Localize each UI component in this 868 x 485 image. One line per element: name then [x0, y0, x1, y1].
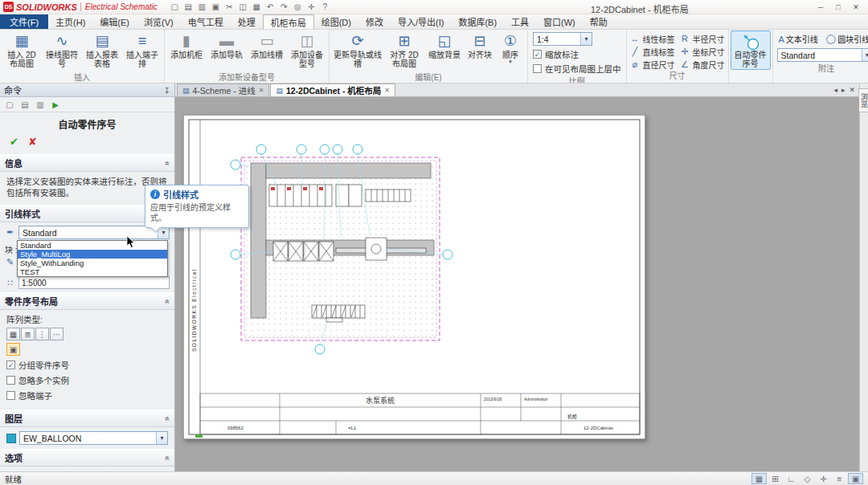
zoom-icon[interactable]: ◎	[292, 2, 304, 13]
print-icon[interactable]: ▣	[210, 2, 222, 13]
array-rows-icon[interactable]: ≣	[21, 328, 35, 340]
redo-icon[interactable]: ↷	[278, 2, 290, 13]
undo-icon[interactable]: ↶	[264, 2, 276, 13]
panel-new-icon[interactable]: ▢	[3, 99, 16, 111]
ribbon-btn-align-block[interactable]: ⊟ 对齐块	[465, 31, 495, 61]
ribbon-btn-add-rail[interactable]: ▬ 添加导轨	[207, 31, 247, 61]
panel-save-icon[interactable]: ▥	[34, 99, 47, 111]
new-file-icon[interactable]: ▢	[169, 2, 181, 13]
array-grid-icon[interactable]: ▦	[6, 328, 20, 340]
tab-close-icon[interactable]: ✕	[259, 87, 264, 94]
check-ignore-terminals[interactable]: 忽略端子	[6, 389, 168, 401]
ribbon-btn-insert-report[interactable]: ▤ 插入报表表格	[82, 31, 122, 70]
ribbon-btn-dim-angle[interactable]: ∠ 角度尺寸	[678, 58, 727, 71]
menu-tab-draw[interactable]: 绘图(D)	[314, 14, 358, 29]
copy-icon[interactable]: ◫	[237, 2, 249, 13]
menu-file[interactable]: 文件(F)	[0, 14, 48, 29]
check-on-visible-layout[interactable]: 在可见布局图上层中	[533, 63, 621, 75]
ribbon-btn-align-2d[interactable]: ⊞ 对齐 2D 布局图	[384, 31, 424, 70]
ok-icon[interactable]: ✔	[10, 136, 18, 148]
pin-icon[interactable]: ↧	[164, 86, 170, 95]
panel-run-icon[interactable]: ▶	[49, 99, 62, 111]
pan-icon[interactable]: ✛	[305, 2, 317, 13]
ribbon-btn-add-cabinet[interactable]: ▮ 添加机柜	[166, 31, 207, 61]
min-icon[interactable]: ─	[812, 2, 829, 13]
array-cols-icon[interactable]: ⋮	[35, 328, 49, 340]
ribbon-btn-add-duct[interactable]: ▭ 添加线槽	[247, 31, 287, 61]
dropdown-item-selected[interactable]: Style_MultiLog	[18, 250, 167, 259]
ribbon-btn-dim-radius[interactable]: R 半径尺寸	[678, 32, 727, 45]
array-free-icon[interactable]: ⋯	[50, 328, 63, 340]
tab-close-icon[interactable]: ✕	[849, 86, 855, 94]
open-file-icon[interactable]: ▤	[182, 2, 194, 13]
ribbon-btn-text-leader[interactable]: A 文本引线	[777, 32, 820, 46]
osnap-icon[interactable]: ◇	[800, 473, 815, 484]
dropdown-item[interactable]: TEST	[18, 267, 167, 276]
grid-icon[interactable]: ▦	[751, 473, 767, 484]
array-user-icon[interactable]: ▣	[6, 343, 20, 356]
menu-tab-process[interactable]: 处理	[231, 14, 263, 29]
ribbon-btn-dim-diameter[interactable]: ⌀ 直径尺寸	[628, 58, 677, 71]
section-options-header[interactable]: 选项 »	[0, 449, 174, 467]
ribbon-btn-order[interactable]: ① 顺序 ▾	[495, 31, 526, 66]
menu-tab-electrical[interactable]: 电气工程	[181, 14, 231, 29]
drawing-sheet[interactable]: SOLIDWORKS Electrical	[183, 115, 645, 439]
tab-next-icon[interactable]: ▸	[841, 86, 845, 94]
ortho-icon[interactable]: ∟	[784, 473, 799, 484]
section-info-header[interactable]: 信息 »	[0, 154, 174, 172]
layer-select[interactable]: EW_BALLOON ▾	[19, 431, 168, 445]
max-icon[interactable]: □	[829, 2, 847, 13]
snap-icon[interactable]: ⊞	[768, 473, 783, 484]
menu-tab-view[interactable]: 浏览(V)	[137, 14, 181, 29]
doc-tab-cabinet[interactable]: ▤ 12-2DCabinet - 机柜布局 ✕	[270, 84, 395, 96]
save-icon[interactable]: ▥	[196, 2, 208, 13]
check-group-balloons[interactable]: 分组零件序号	[6, 359, 168, 371]
scale-select[interactable]: 1:4 ▾	[533, 32, 592, 46]
ribbon-btn-dim-line[interactable]: ╱ 直线标签	[628, 45, 677, 58]
cancel-icon[interactable]: ✘	[28, 136, 37, 148]
section-balloon-layout-header[interactable]: 零件序号布局 »	[0, 292, 174, 310]
menu-tab-window[interactable]: 窗口(W)	[536, 14, 583, 29]
ribbon-btn-dim-coordinate[interactable]: ✛ 坐标尺寸	[678, 45, 727, 58]
ribbon-btn-insert-terminal-strip[interactable]: ≡ 插入端子排	[122, 31, 162, 70]
dropdown-item[interactable]: Standard	[18, 241, 167, 250]
menu-tab-help[interactable]: 帮助	[583, 14, 615, 29]
lwt-icon[interactable]: ≡	[832, 473, 847, 484]
check-ignore-instances[interactable]: 忽略多个实例	[6, 374, 168, 386]
ribbon-btn-insert-2d-layout[interactable]: ▦ 插入 2D 布局图	[2, 31, 42, 70]
paste-icon[interactable]: ▦	[251, 2, 263, 13]
report-table-icon: ▤	[95, 32, 108, 51]
dock-tab-browser[interactable]: 浏览	[858, 88, 868, 112]
leader-style-dropdown[interactable]: Standard Style_MultiLog Style_WithLandin…	[17, 240, 168, 277]
drawing-canvas[interactable]: SOLIDWORKS Electrical	[175, 97, 859, 471]
tab-close-icon[interactable]: ✕	[384, 87, 390, 94]
ribbon-btn-dim-linear[interactable]: ↔ 线性标签	[628, 32, 677, 45]
doc-tab-scheme[interactable]: ▤ 4-Scheme - 进线 ✕	[177, 84, 269, 96]
ribbon-btn-add-part[interactable]: ◫ 添加设备型号	[287, 31, 327, 70]
help-icon[interactable]: ?	[319, 2, 331, 13]
ribbon-btn-scale-background[interactable]: ◱ 缩放背景	[424, 31, 465, 61]
menu-tab-tools[interactable]: 工具	[504, 14, 536, 29]
ribbon-btn-update-rail[interactable]: ⟳ 更新导轨或线槽	[331, 31, 384, 70]
check-scale-annotation[interactable]: 缩放标注	[533, 48, 621, 60]
leader-scale-field[interactable]: 1:5000	[18, 276, 170, 289]
model-icon[interactable]: ▣	[848, 473, 863, 484]
section-layer-header[interactable]: 图层 »	[0, 410, 174, 427]
dropdown-item[interactable]: Style_WithLanding	[18, 259, 167, 267]
cut-icon[interactable]: ✂	[223, 2, 235, 13]
ribbon-btn-wiring-symbol[interactable]: ∿ 接线图符号	[42, 31, 82, 70]
menu-tab-modify[interactable]: 修改	[358, 14, 391, 29]
ribbon-btn-auto-balloon[interactable]: 自动零件序号	[731, 31, 771, 70]
menu-tab-import-export[interactable]: 导入/导出(I)	[391, 14, 451, 29]
tab-prev-icon[interactable]: ◂	[833, 86, 837, 94]
menu-tab-home[interactable]: 主页(H)	[48, 14, 92, 29]
close-icon[interactable]: ✕	[847, 2, 865, 13]
panel-open-icon[interactable]: ▤	[18, 99, 31, 111]
ribbon-btn-block-leader[interactable]: ◯ 圆块引线 ▾	[825, 32, 868, 46]
menu-tab-cabinet-layout[interactable]: 机柜布局	[263, 14, 314, 29]
menu-tab-edit[interactable]: 编辑(E)	[92, 14, 137, 29]
track-icon[interactable]: ✛	[816, 473, 831, 484]
ribbon-group-insert: ▦ 插入 2D 布局图 ∿ 接线图符号 ▤ 插入报表表格 ≡ 插入端子排 插入	[0, 30, 165, 83]
annotation-style-select[interactable]: Standard ▾	[777, 48, 868, 62]
menu-tab-database[interactable]: 数据库(B)	[451, 14, 504, 29]
